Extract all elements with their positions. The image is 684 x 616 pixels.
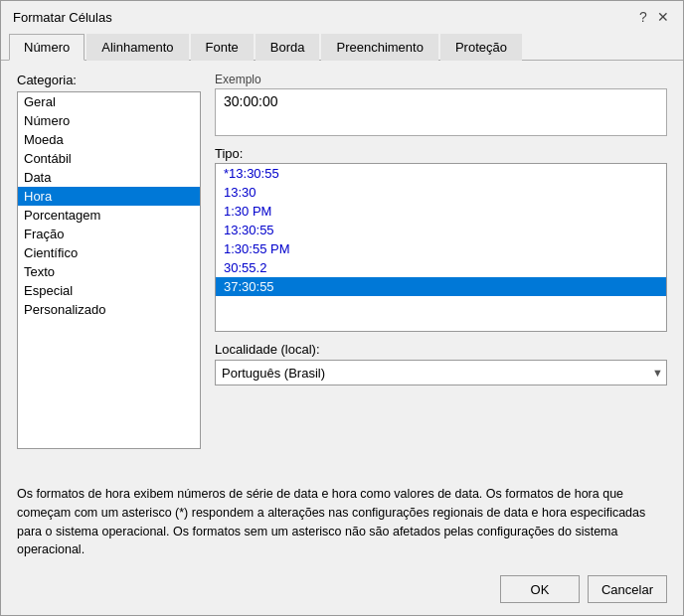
category-label: Categoria: <box>17 73 201 87</box>
left-panel: Categoria: Geral Número Moeda Contábil D… <box>17 73 201 461</box>
category-contabil[interactable]: Contábil <box>18 149 200 168</box>
tabs-bar: Número Alinhamento Fonte Borda Preenchim… <box>1 33 683 61</box>
locale-select[interactable]: Português (Brasil) English (United State… <box>215 360 667 385</box>
help-button[interactable]: ? <box>635 9 651 25</box>
close-button[interactable]: ✕ <box>655 9 671 25</box>
type-1-30-55-pm[interactable]: 1:30:55 PM <box>216 239 666 258</box>
category-geral[interactable]: Geral <box>18 92 200 111</box>
locale-select-wrapper[interactable]: Português (Brasil) English (United State… <box>215 360 667 385</box>
locale-label: Localidade (local): <box>215 342 667 357</box>
category-texto[interactable]: Texto <box>18 262 200 281</box>
type-13-30-55[interactable]: 13:30:55 <box>216 221 666 239</box>
tipo-label: Tipo: <box>215 146 667 161</box>
type-1-30-pm[interactable]: 1:30 PM <box>216 202 666 221</box>
description-area: Os formatos de hora exibem números de sé… <box>1 473 683 567</box>
ok-button[interactable]: OK <box>500 575 580 603</box>
footer: OK Cancelar <box>1 567 683 615</box>
category-fracao[interactable]: Fração <box>18 225 200 243</box>
type-13-30-55-star[interactable]: *13:30:55 <box>216 164 666 183</box>
example-section: Exemplo 30:00:00 <box>215 73 667 136</box>
example-value: 30:00:00 <box>224 93 658 109</box>
title-bar: Formatar Células ? ✕ <box>1 1 683 31</box>
category-moeda[interactable]: Moeda <box>18 130 200 149</box>
type-list[interactable]: *13:30:55 13:30 1:30 PM 13:30:55 1:30:55… <box>215 163 667 332</box>
category-porcentagem[interactable]: Porcentagem <box>18 206 200 225</box>
format-cells-dialog: Formatar Células ? ✕ Número Alinhamento … <box>0 0 684 616</box>
category-list[interactable]: Geral Número Moeda Contábil Data Hora Po… <box>17 91 201 449</box>
tab-fonte[interactable]: Fonte <box>191 34 254 61</box>
category-cientifico[interactable]: Científico <box>18 243 200 262</box>
category-especial[interactable]: Especial <box>18 281 200 300</box>
tab-protecao[interactable]: Proteção <box>440 34 522 61</box>
category-hora[interactable]: Hora <box>18 187 200 206</box>
type-13-30[interactable]: 13:30 <box>216 183 666 202</box>
tab-borda[interactable]: Borda <box>256 34 320 61</box>
right-panel: Exemplo 30:00:00 Tipo: *13:30:55 13:30 1… <box>215 73 667 461</box>
category-data[interactable]: Data <box>18 168 200 187</box>
tab-numero[interactable]: Número <box>9 34 85 61</box>
description-text: Os formatos de hora exibem números de sé… <box>17 487 645 556</box>
tipo-section: Tipo: *13:30:55 13:30 1:30 PM 13:30:55 1… <box>215 146 667 332</box>
tab-preenchimento[interactable]: Preenchimento <box>321 34 437 61</box>
category-personalizado[interactable]: Personalizado <box>18 300 200 319</box>
main-content: Categoria: Geral Número Moeda Contábil D… <box>1 61 683 473</box>
cancel-button[interactable]: Cancelar <box>588 575 667 603</box>
example-label: Exemplo <box>215 73 667 86</box>
locale-section: Localidade (local): Português (Brasil) E… <box>215 342 667 385</box>
type-37-30-55[interactable]: 37:30:55 <box>216 277 666 296</box>
tab-alinhamento[interactable]: Alinhamento <box>86 34 188 61</box>
type-30-55-2[interactable]: 30:55.2 <box>216 258 666 277</box>
dialog-title: Formatar Células <box>13 10 112 25</box>
category-numero[interactable]: Número <box>18 111 200 130</box>
example-box: 30:00:00 <box>215 88 667 136</box>
title-bar-controls: ? ✕ <box>635 9 671 25</box>
